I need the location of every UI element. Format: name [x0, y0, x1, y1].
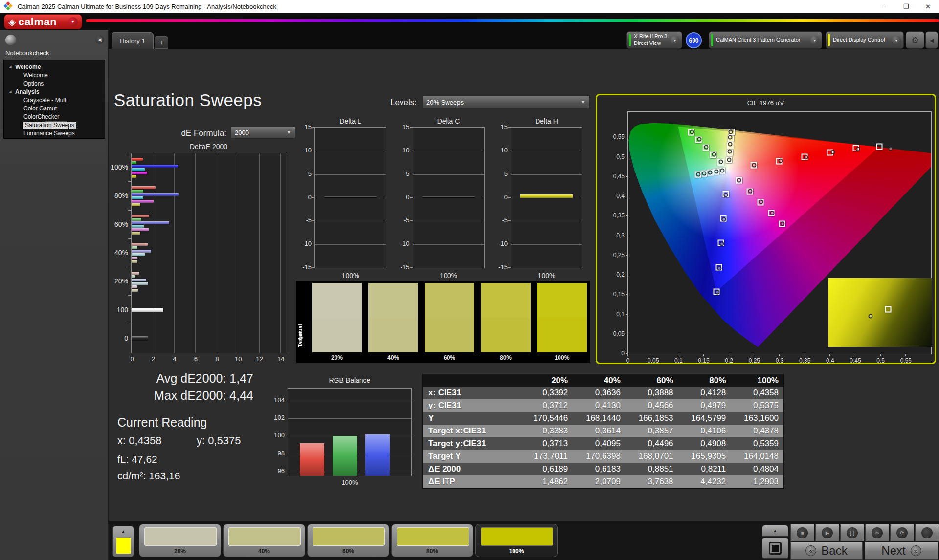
- x-tick-label: 6: [191, 355, 201, 363]
- chevron-up-icon: ▲: [773, 528, 778, 533]
- sidebar-item-color-gamut[interactable]: Color Gamut: [4, 104, 105, 112]
- y-tick-label: -10: [492, 240, 508, 247]
- de-bar: [132, 232, 140, 235]
- column-header: 20%: [520, 376, 573, 386]
- sidebar-collapse-button[interactable]: ◀: [95, 35, 104, 44]
- gridline: [511, 151, 582, 151]
- expander-icon[interactable]: ◢: [9, 65, 14, 69]
- panel-collapse-button[interactable]: ◀: [925, 31, 938, 49]
- current-color-swatch: [116, 537, 131, 554]
- calman-menu-button[interactable]: ◈ calman ▼: [4, 14, 82, 29]
- measurement-thumbnail-40pct[interactable]: 40%: [223, 524, 305, 557]
- workflow-tree: ◢WelcomeWelcomeOptions◢AnalysisGrayscale…: [3, 60, 105, 139]
- cie-y-tick-label: 0,1: [608, 311, 625, 318]
- gear-icon: ⚙: [911, 35, 918, 45]
- axis-tick: [312, 244, 314, 244]
- stop-measure-button[interactable]: [762, 538, 788, 559]
- axis-tick: [312, 220, 314, 221]
- source-dropdown[interactable]: CalMAN Client 3 Pattern Generator ▼: [709, 31, 822, 49]
- calman-logo-text: calman: [18, 16, 57, 28]
- de-bar: [132, 215, 149, 217]
- de-bar: [132, 203, 140, 206]
- sidebar-item-label: Options: [23, 80, 44, 87]
- table-cell: 168,1440: [573, 413, 626, 423]
- table-row: Y170,5446168,1440166,1853164,5799163,160…: [423, 412, 783, 425]
- measurement-marker: [728, 135, 733, 140]
- axis-tick: [128, 181, 131, 182]
- back-button[interactable]: « Back: [790, 542, 863, 560]
- measurement-thumbnail-100pct[interactable]: 100%: [475, 524, 558, 557]
- meter-dropdown[interactable]: X-Rite i1Pro 3Direct View ▼: [626, 31, 682, 49]
- measurement-thumbnail-20pct[interactable]: 20%: [139, 524, 221, 557]
- de-bar: [132, 308, 163, 312]
- axis-tick: [627, 354, 628, 356]
- de-bar: [132, 186, 156, 189]
- target-marker: [885, 306, 892, 313]
- gridline: [511, 244, 582, 245]
- sidebar-item-welcome[interactable]: Welcome: [4, 71, 105, 79]
- axis-tick: [128, 324, 131, 324]
- chevron-down-icon[interactable]: ▼: [892, 36, 901, 44]
- x-tick-label: 4: [170, 355, 179, 363]
- settings-button[interactable]: ⚙: [906, 31, 924, 49]
- actual-swatch: [537, 283, 587, 318]
- measurement-thumbnail-80pct[interactable]: 80%: [391, 524, 473, 557]
- de-bar: [132, 282, 148, 285]
- measure-color-button[interactable]: ▲: [112, 526, 134, 557]
- sidebar-item-luminance-sweeps[interactable]: Luminance Sweeps: [4, 129, 105, 137]
- table-cell: 173,7011: [520, 452, 573, 461]
- chevron-down-icon[interactable]: ▼: [810, 36, 819, 44]
- cie-x-tick-label: 0,2: [721, 357, 738, 364]
- gridline: [511, 198, 582, 198]
- sidebar-item-label: Welcome: [23, 72, 48, 79]
- expander-icon[interactable]: ◢: [9, 90, 14, 94]
- saturation-swatch-40pct: 40%: [368, 283, 418, 352]
- transport-button-refresh[interactable]: ⟳: [890, 524, 914, 541]
- measurement-thumbnail-60pct[interactable]: 60%: [307, 524, 389, 557]
- sidebar-item-welcome[interactable]: ◢Welcome: [4, 63, 105, 71]
- sidebar-item-analysis[interactable]: ◢Analysis: [4, 87, 105, 96]
- transport-button-single-read[interactable]: [·]: [840, 524, 864, 541]
- bar-group-100: [132, 296, 286, 324]
- transport-button-play[interactable]: ▶: [815, 524, 839, 541]
- swatch-level-label: 80%: [481, 354, 531, 361]
- add-tab-button[interactable]: +: [155, 36, 168, 49]
- measurement-marker: [889, 146, 893, 151]
- saturation-swatch-60pct: 60%: [425, 283, 474, 352]
- rainbow-strip: [86, 19, 939, 22]
- next-button[interactable]: Next »: [865, 542, 938, 560]
- close-button[interactable]: ✕: [917, 0, 939, 13]
- cie-title: CIE 1976 u'v': [597, 99, 935, 107]
- chevron-down-icon[interactable]: ▼: [68, 17, 78, 27]
- minimize-button[interactable]: –: [873, 0, 895, 13]
- thumbnail-swatch: [313, 527, 385, 546]
- de-bar: [132, 250, 151, 253]
- blank-icon: [921, 527, 933, 538]
- axis-tick: [128, 267, 131, 267]
- sidebar-item-options[interactable]: Options: [4, 79, 105, 87]
- transport-button-stop[interactable]: ■: [790, 524, 814, 541]
- swatch-level-label: 60%: [425, 354, 474, 361]
- levels-select[interactable]: 20% Sweeps▼: [422, 95, 590, 109]
- maximize-button[interactable]: ❐: [895, 0, 917, 13]
- sidebar-item-saturation-sweeps[interactable]: Saturation Sweeps: [4, 121, 105, 129]
- y-tick-label: 10: [394, 147, 410, 154]
- display-dropdown[interactable]: Direct Display Control ▼: [826, 31, 904, 49]
- tab-history-1[interactable]: History 1: [112, 32, 154, 49]
- workflow-name: Notebookcheck: [5, 49, 49, 57]
- chevron-down-icon[interactable]: ▼: [671, 36, 679, 44]
- expand-controls-button[interactable]: ▲: [762, 525, 788, 537]
- y-category-label: 100%: [96, 163, 128, 171]
- de-formula-select[interactable]: 2000▼: [230, 126, 295, 139]
- y-tick-label: -10: [394, 240, 410, 247]
- table-header-row: 20%40%60%80%100%: [423, 374, 783, 387]
- sidebar-item-colorchecker[interactable]: ColorChecker: [4, 112, 105, 121]
- transport-button-continuous[interactable]: ∞: [865, 524, 889, 541]
- thumbnail-swatch: [144, 527, 217, 546]
- cie-x-tick-label: 0,55: [897, 357, 914, 364]
- current-reading-heading: Current Reading: [117, 415, 207, 430]
- sidebar: ◀ Notebookcheck ◢WelcomeWelcomeOptions◢A…: [0, 30, 109, 560]
- sidebar-item-grayscale-multi[interactable]: Grayscale - Multi: [4, 96, 105, 104]
- y-tick-label: 0: [296, 194, 312, 201]
- transport-button-blank[interactable]: [915, 524, 939, 541]
